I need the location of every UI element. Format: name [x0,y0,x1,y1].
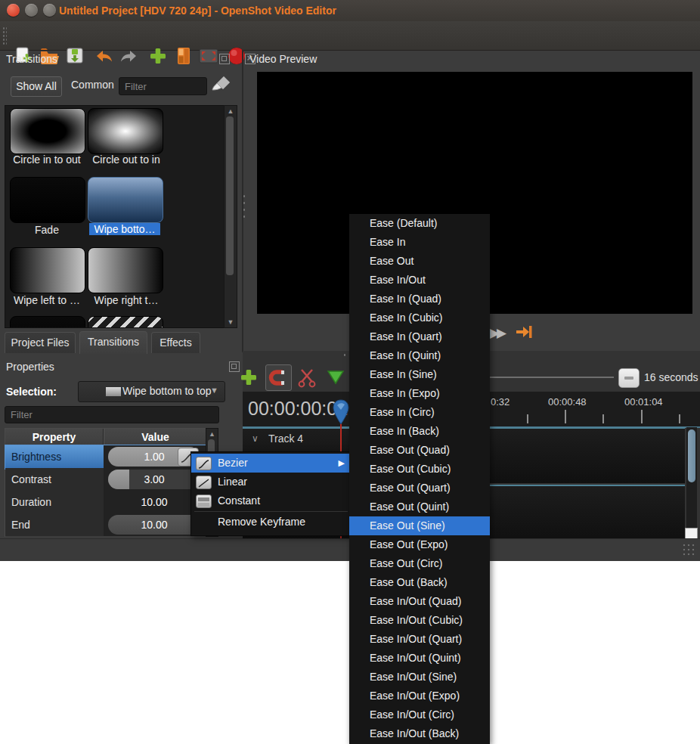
menu-separator [194,511,348,512]
menu-item-linear[interactable]: Linear [191,473,351,491]
scrollbar-thumb[interactable] [226,116,234,275]
properties-filter-input[interactable] [5,406,219,423]
transition-thumb-partial-hatch[interactable] [88,316,163,328]
close-window-button[interactable] [7,4,20,17]
tab-transitions[interactable]: Transitions [79,331,147,354]
resize-grip[interactable] [682,543,697,558]
menu-item-ease[interactable]: Ease In (Circ) [349,403,490,422]
save-project-icon[interactable] [65,46,85,66]
menu-item-ease[interactable]: Ease In/Out (Expo) [349,687,490,705]
menu-item-ease[interactable]: Ease Out (Back) [349,573,490,592]
menu-item-remove-keyframe[interactable]: Remove Keyframe [191,513,351,532]
title-bar[interactable]: Untitled Project [HDV 720 24p] - OpenSho… [0,0,700,22]
table-row-duration[interactable]: Duration 10.00 [5,491,206,514]
splitter-grip[interactable] [242,193,246,220]
menu-item-ease[interactable]: Ease In/Out (Back) [349,724,490,743]
transition-thumb-wipe-right[interactable] [88,247,163,293]
property-name: Contrast [5,468,110,491]
jump-to-end-icon[interactable] [516,324,534,343]
menu-item-ease-selected[interactable]: Ease Out (Sine) [349,516,490,535]
menu-item-ease[interactable]: Ease Out (Quint) [349,498,490,516]
ruler-tick [602,414,604,423]
fast-forward-icon[interactable]: ▶▶ [490,325,503,341]
scroll-up-icon[interactable]: ▲ [206,430,218,438]
undo-icon[interactable] [94,46,113,66]
menu-item-ease[interactable]: Ease In/Out (Quint) [349,649,490,668]
table-row-end[interactable]: End 10.00 [5,513,206,537]
toolbar-grip[interactable] [2,26,7,45]
transition-label-selected[interactable]: Wipe botto… [89,223,160,235]
zoom-fit-icon[interactable] [618,368,640,388]
redo-icon[interactable] [118,46,138,66]
add-track-icon[interactable] [240,368,258,389]
fullscreen-icon[interactable] [198,46,218,66]
transition-label[interactable]: Wipe left to … [5,294,88,306]
transition-thumb-partial[interactable] [10,316,85,328]
keyframe-context-menu: Bezier ▶ Linear Constant Remove Keyframe [190,451,352,536]
menu-item-ease[interactable]: Ease Out (Circ) [349,554,490,573]
selection-dropdown[interactable]: Wipe bottom to top ▼ [78,381,225,402]
transition-thumb-fade[interactable] [10,177,85,223]
transition-thumb-circle-in-to-out[interactable] [10,108,85,154]
clear-filter-brush-icon[interactable] [212,75,231,99]
playhead-marker[interactable] [333,399,349,428]
menu-item-ease[interactable]: Ease Out (Expo) [349,535,490,554]
menu-item-ease[interactable]: Ease In (Quint) [349,346,490,365]
transition-thumb-wipe-left[interactable] [10,247,85,293]
float-panel-icon[interactable] [219,54,230,64]
menu-item-ease[interactable]: Ease Out (Cubic) [349,460,490,479]
transitions-filter-input[interactable] [119,77,207,95]
table-row-contrast[interactable]: Contrast 3.00 [5,468,206,491]
import-files-icon[interactable] [148,46,168,66]
bezier-curve-icon [196,457,212,470]
menu-item-ease[interactable]: Ease In (Back) [349,422,490,441]
transition-thumb-circle-out-to-in[interactable] [88,108,163,154]
timeline-scrollbar[interactable] [686,427,697,538]
transitions-scrollbar[interactable]: ▲ ▼ [224,105,237,328]
transition-label[interactable]: Circle out to in [85,153,168,166]
track-collapse-chevron-icon[interactable]: ∨ [252,433,259,444]
property-column-header[interactable]: Property [5,429,103,446]
tab-effects[interactable]: Effects [151,332,200,353]
tab-project-files[interactable]: Project Files [5,332,76,353]
value-text[interactable]: 10.00 [108,491,200,513]
menu-item-constant[interactable]: Constant [191,491,351,510]
value-column-header[interactable]: Value [104,429,206,446]
menu-item-ease[interactable]: Ease In (Expo) [349,384,490,403]
menu-item-ease[interactable]: Ease Out [349,252,490,271]
menu-item-ease[interactable]: Ease In (Quad) [349,290,490,308]
value-pill[interactable]: 10.00 [108,515,200,535]
menu-item-ease[interactable]: Ease In/Out (Quad) [349,592,490,611]
menu-item-ease[interactable]: Ease In/Out [349,271,490,290]
choose-profile-icon[interactable] [174,46,194,66]
scrollbar-thumb[interactable] [688,429,695,482]
menu-item-ease[interactable]: Ease In (Quart) [349,327,490,346]
add-marker-icon[interactable] [327,370,345,389]
menu-item-ease[interactable]: Ease In (Sine) [349,365,490,384]
minimize-window-button[interactable] [25,4,38,17]
menu-item-ease[interactable]: Ease (Default) [349,214,490,233]
menu-item-ease[interactable]: Ease In/Out (Quart) [349,630,490,649]
transition-label[interactable]: Circle in to out [5,153,88,166]
razor-scissors-icon[interactable] [297,367,318,391]
menu-item-ease[interactable]: Ease In (Cubic) [349,308,490,327]
menu-item-ease[interactable]: Ease In [349,233,490,252]
maximize-window-button[interactable] [43,4,56,17]
transition-label[interactable]: Wipe right t… [85,294,168,306]
menu-item-ease[interactable]: Ease Out (Quad) [349,441,490,460]
ruler-label: 0:32 [491,396,510,408]
common-button[interactable]: Common [71,79,114,91]
menu-item-bezier[interactable]: Bezier ▶ [191,454,351,473]
scroll-down-icon[interactable]: ▼ [225,318,237,326]
menu-item-ease[interactable]: Ease Out (Quart) [349,479,490,498]
transition-thumb-wipe-bottom-selected[interactable] [88,177,163,223]
table-row-brightness[interactable]: Brightness 1.00 [5,445,206,469]
show-all-button[interactable]: Show All [11,76,62,97]
menu-item-ease[interactable]: Ease In/Out (Circ) [349,705,490,724]
float-panel-icon[interactable] [229,361,240,372]
scroll-up-icon[interactable]: ▲ [225,107,237,115]
menu-item-ease[interactable]: Ease In/Out (Sine) [349,668,490,687]
menu-item-ease[interactable]: Ease In/Out (Cubic) [349,611,490,630]
snapping-magnet-button[interactable] [265,364,292,391]
transition-label[interactable]: Fade [5,224,88,236]
